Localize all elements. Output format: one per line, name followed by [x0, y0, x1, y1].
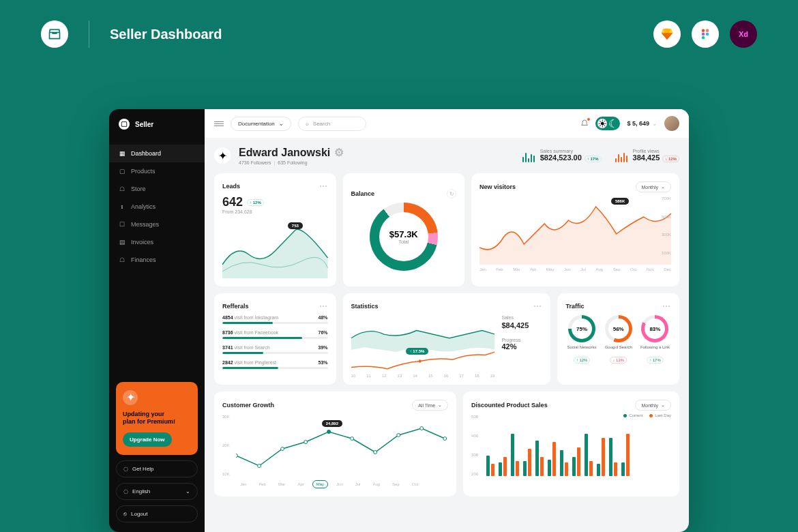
sketch-icon	[653, 20, 681, 48]
sidebar-item-messages[interactable]: ☐Messages	[109, 216, 205, 233]
svg-point-10	[327, 430, 331, 434]
svg-point-15	[443, 437, 447, 441]
profile-meta: 4736 Followers|635 Following	[239, 160, 344, 165]
svg-point-6	[235, 454, 238, 458]
store-icon: ☖	[119, 186, 125, 192]
leads-chart: 753	[222, 217, 328, 278]
divider	[89, 20, 89, 48]
sidebar-item-store[interactable]: ☖Store	[109, 180, 205, 198]
period-dropdown[interactable]: Monthly⌄	[636, 181, 672, 192]
chevron-down-icon: ⌄	[279, 121, 284, 127]
visitors-chart: 586K 700K500K300K100K	[479, 196, 671, 265]
profile-avatar-icon: ✦	[214, 147, 231, 164]
search-input[interactable]: ⌕Search	[298, 117, 366, 131]
sidebar-item-analytics[interactable]: ⫾Analytics	[109, 198, 205, 216]
sidebar-item-invoices[interactable]: ▤Invoices	[109, 233, 205, 251]
growth-chart: 30K20K10K 24,892	[222, 415, 448, 476]
avatar[interactable]	[664, 116, 679, 131]
sidebar-item-finances[interactable]: ☖Finances	[109, 251, 205, 269]
discounted-card: Discounted Product SalesMonthly⌄ Current…	[463, 391, 679, 497]
chart-icon: ⫾	[119, 203, 125, 210]
premium-icon: ✦	[123, 390, 138, 405]
gear-icon[interactable]: ⚙	[334, 146, 344, 159]
sun-icon: ☀	[597, 119, 607, 128]
svg-point-2	[702, 33, 705, 36]
app-frame: Seller ▦Dashboard ▢Products ☖Store ⫾Anal…	[109, 109, 689, 532]
logo-text: Seller	[135, 121, 153, 128]
balance-dropdown[interactable]: $ 5, 649⌄	[627, 120, 657, 127]
menu-icon[interactable]	[214, 121, 224, 126]
more-icon[interactable]: ⋯	[319, 181, 328, 191]
more-icon[interactable]: ⋯	[533, 301, 542, 311]
svg-point-7	[258, 464, 261, 468]
premium-text: Updating yourplan for Premium!	[123, 411, 191, 426]
statistics-card: Statistics⋯ ↑ 17.5% 10111213141516171819	[343, 293, 551, 385]
grid-icon: ▦	[119, 150, 125, 157]
svg-point-3	[706, 33, 709, 36]
leads-card: Leads⋯ 642↑ 12% From 234,628 753	[214, 173, 336, 286]
svg-point-5	[418, 359, 421, 363]
doc-icon: ▤	[119, 239, 125, 246]
chart-tooltip: 24,892	[322, 420, 342, 427]
globe-icon: ◌	[123, 488, 128, 494]
svg-point-13	[397, 434, 400, 437]
traffic-card: Traffic⋯ 75%Social Networks↑ 12% 56%Goog…	[557, 293, 679, 385]
chevron-down-icon: ⌄	[438, 402, 442, 408]
svg-point-12	[374, 451, 377, 454]
search-icon: ⌕	[306, 121, 309, 127]
more-icon[interactable]: ⋯	[319, 301, 328, 311]
visitors-card: New visitorsMonthly⌄ 586K 700K500K300K10…	[471, 173, 679, 286]
bell-icon[interactable]	[580, 119, 589, 128]
refresh-icon[interactable]: ↻	[447, 189, 456, 198]
logo-icon	[119, 119, 130, 130]
chevron-down-icon: ⌄	[652, 120, 657, 127]
xd-icon: Xd	[730, 20, 757, 48]
balance-donut: $57.3KTotal	[370, 203, 438, 271]
profile-views: Profile views384,425↓ 12%	[615, 149, 679, 162]
sales-summary: Sales summary$824,523.00↑ 17%	[522, 149, 602, 162]
discounted-chart: 500400300200	[471, 415, 671, 476]
svg-point-9	[304, 441, 308, 444]
logo: Seller	[109, 119, 205, 139]
documentation-dropdown[interactable]: Documentation⌄	[231, 117, 291, 131]
period-dropdown[interactable]: Monthly⌄	[635, 400, 671, 411]
chevron-down-icon: ⌄	[186, 488, 190, 494]
theme-toggle[interactable]: ☀☾	[595, 117, 620, 130]
figma-icon	[692, 20, 719, 48]
svg-point-1	[706, 29, 709, 33]
period-dropdown[interactable]: All Time⌄	[412, 400, 448, 411]
chevron-down-icon: ⌄	[661, 402, 665, 408]
sidebar-item-products[interactable]: ▢Products	[109, 162, 205, 180]
more-icon[interactable]: ⋯	[662, 301, 671, 311]
wallet-icon: ☖	[119, 256, 125, 263]
profile-name: Edward Janowski⚙	[239, 146, 344, 159]
logout-icon: ⎋	[123, 511, 127, 517]
svg-point-11	[351, 437, 354, 441]
help-button[interactable]: ◌Get Help	[116, 460, 198, 477]
chart-tooltip: 753	[288, 222, 303, 229]
logout-button[interactable]: ⎋Logout	[116, 505, 198, 522]
topbar: Documentation⌄ ⌕Search ☀☾ $ 5, 649⌄	[205, 109, 689, 138]
svg-point-8	[281, 447, 284, 451]
premium-card: ✦ Updating yourplan for Premium! Upgrade…	[116, 382, 198, 455]
bag-icon: ▢	[119, 168, 125, 175]
brand-title: Seller Dashboard	[110, 27, 222, 42]
svg-point-4	[702, 36, 705, 40]
svg-point-14	[420, 427, 424, 430]
statistics-chart: ↑ 17.5% 10111213141516171819	[351, 315, 495, 376]
chevron-down-icon: ⌄	[661, 184, 665, 190]
language-button[interactable]: ◌English⌄	[116, 483, 198, 500]
sidebar: Seller ▦Dashboard ▢Products ☖Store ⫾Anal…	[109, 109, 205, 532]
bars-icon	[522, 153, 535, 162]
chart-tooltip: ↑ 17.5%	[406, 348, 429, 355]
help-icon: ◌	[123, 466, 128, 472]
brand-icon	[41, 20, 68, 48]
chat-icon: ☐	[119, 221, 125, 228]
bars-icon	[615, 153, 627, 162]
balance-card: Balance↻ $57.3KTotal	[343, 173, 465, 286]
chart-tooltip: 586K	[611, 198, 629, 205]
sidebar-item-dashboard[interactable]: ▦Dashboard	[109, 145, 205, 162]
upgrade-button[interactable]: Upgrade Now	[123, 432, 172, 447]
svg-point-0	[702, 29, 705, 33]
x-axis: JanFebMarAprMayJunJulAugSepOctNovDec	[479, 267, 671, 271]
